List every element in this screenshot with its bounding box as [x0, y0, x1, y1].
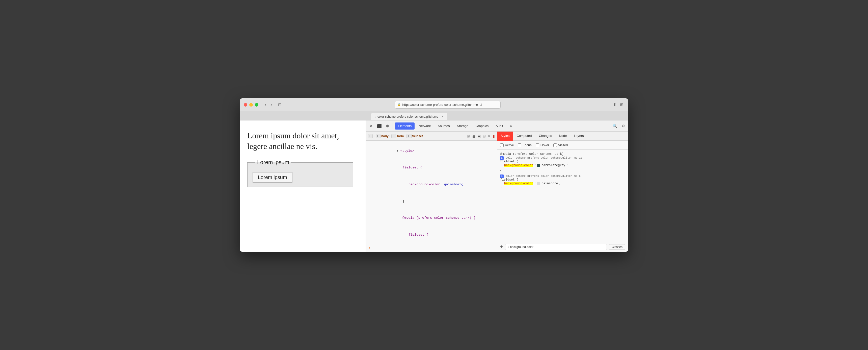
breadcrumb-el-form-icon: E	[391, 134, 396, 138]
dom-pen-tool[interactable]: ✏	[488, 134, 491, 138]
visited-checkbox[interactable]	[553, 143, 557, 147]
dom-layout-tool[interactable]: ▣	[477, 134, 481, 138]
style-source-2[interactable]: color-scheme-prefers-color-scheme.glitch…	[506, 175, 581, 177]
css-media: @media (prefers-color-scheme: dark) {	[402, 216, 475, 220]
dom-line[interactable]: }	[366, 193, 497, 210]
maximize-button[interactable]	[255, 103, 258, 107]
source-icon-1: i	[500, 156, 504, 160]
devtools-inspect-button[interactable]: ⊕	[384, 122, 391, 129]
pseudo-states-bar: Active Focus Hover Visited	[497, 141, 628, 150]
console-chevron-icon: ›	[369, 245, 370, 250]
new-tab-button[interactable]: ⊞	[619, 101, 624, 108]
breadcrumb-el-icon: E	[368, 134, 373, 138]
dom-layout2-tool[interactable]: ⊟	[483, 134, 486, 138]
pseudo-focus[interactable]: Focus	[518, 143, 531, 147]
style-value-1: darkslategray	[541, 164, 565, 167]
tab-node[interactable]: Node	[555, 132, 570, 141]
pseudo-hover[interactable]: Hover	[536, 143, 549, 147]
hover-checkbox[interactable]	[536, 143, 539, 147]
close-button[interactable]	[244, 103, 247, 107]
dom-line[interactable]: fieldset {	[366, 159, 497, 176]
style-property-line-2: background-color : gainsboro ;	[500, 181, 625, 185]
breadcrumb-item-fieldset[interactable]: E fieldset	[406, 134, 423, 138]
browser-window: ‹ › ⊡ 🔒 https://color-scheme-prefers-col…	[240, 98, 628, 252]
tab-more[interactable]: »	[507, 122, 515, 129]
fieldset-preview: Lorem ipsum Lorem ipsum	[247, 159, 353, 187]
visited-label: Visited	[558, 143, 568, 147]
styles-footer: + ○ background-color Classes	[497, 242, 628, 252]
tab-audit[interactable]: Audit	[493, 122, 506, 129]
add-rule-button[interactable]: +	[500, 244, 503, 250]
active-checkbox[interactable]	[500, 143, 504, 147]
breadcrumb-chevron-2: ›	[390, 135, 390, 137]
style-selector-2: fieldset {	[500, 178, 518, 181]
classes-button[interactable]: Classes	[609, 244, 625, 250]
devtools-close-button[interactable]: ✕	[368, 122, 374, 129]
dom-color-tool[interactable]: ▮	[493, 134, 495, 138]
dom-line[interactable]: ▼ <style>	[366, 143, 497, 159]
nav-buttons: ‹ ›	[264, 101, 274, 108]
devtools-toolbar: ✕ ⬛ ⊕ Elements Network Sources Storage G…	[366, 120, 628, 132]
breadcrumb-bar: E › E body › E form ›	[366, 132, 497, 141]
tab-storage[interactable]: Storage	[454, 122, 472, 129]
tab-changes[interactable]: Changes	[535, 132, 555, 141]
console-bar: ›	[366, 243, 497, 252]
tab-network[interactable]: Network	[415, 122, 434, 129]
style-colon-2: :	[534, 182, 536, 185]
toolbar-separator	[393, 123, 393, 129]
breadcrumb-item-e[interactable]: E	[368, 134, 373, 138]
dom-line[interactable]: background-color: gainsboro;	[366, 176, 497, 193]
refresh-button[interactable]: ↺	[479, 103, 483, 107]
style-prop-name-1: background-color	[504, 164, 533, 167]
style-colon-1: :	[534, 164, 536, 167]
back-button[interactable]: ‹	[264, 101, 268, 108]
css-value: gainsboro;	[444, 182, 464, 186]
source-icon-2: i	[500, 175, 504, 178]
prop-highlight-1: background-color	[504, 164, 533, 167]
browser-tab[interactable]: c color-scheme-prefers-color-scheme.glit…	[371, 113, 447, 120]
lock-icon: 🔒	[397, 103, 401, 106]
fieldset-button[interactable]: Lorem ipsum	[253, 172, 292, 182]
style-prop-name-2: background-color	[504, 182, 533, 185]
breadcrumb-chevron-1: ›	[374, 135, 374, 137]
color-swatch-2[interactable]	[537, 182, 540, 185]
focus-checkbox[interactable]	[518, 143, 521, 147]
pseudo-visited[interactable]: Visited	[553, 143, 568, 147]
forward-button[interactable]: ›	[269, 101, 274, 108]
tab-layers[interactable]: Layers	[570, 132, 587, 141]
tab-elements[interactable]: Elements	[395, 122, 414, 129]
breadcrumb-item-form[interactable]: E form	[391, 134, 404, 138]
tab-sources[interactable]: Sources	[435, 122, 453, 129]
styles-panel: Styles Computed Changes Node Layers Acti…	[497, 132, 628, 252]
focus-label: Focus	[523, 143, 531, 147]
devtools-search-button[interactable]: 🔍	[611, 122, 619, 129]
property-filter[interactable]: ○ background-color	[505, 244, 607, 250]
minimize-button[interactable]	[249, 103, 253, 107]
css-prop: background-color	[408, 182, 440, 186]
filter-text: background-color	[510, 245, 533, 249]
page-lorem-text: Lorem ipsum dolor sit amet,legere ancill…	[247, 130, 358, 151]
share-button[interactable]: ⬆	[612, 101, 617, 108]
devtools-dock-button[interactable]: ⬛	[375, 122, 383, 129]
style-property-line-1: background-color : darkslategray ;	[500, 164, 625, 168]
tab-computed[interactable]: Computed	[513, 132, 535, 141]
split-view-button[interactable]: ⊡	[277, 101, 283, 108]
pseudo-active[interactable]: Active	[500, 143, 514, 147]
tab-styles[interactable]: Styles	[497, 132, 513, 141]
style-value-2: gainsboro	[541, 182, 558, 185]
devtools-settings-button[interactable]: ⚙	[620, 123, 626, 129]
breadcrumb-item-body[interactable]: E body	[376, 134, 389, 138]
tab-close-button[interactable]: ✕	[441, 115, 443, 118]
dom-line[interactable]: fieldset {	[366, 227, 497, 243]
address-bar[interactable]: 🔒 https://color-scheme-prefers-color-sch…	[395, 101, 501, 109]
address-bar-container: 🔒 https://color-scheme-prefers-color-sch…	[286, 101, 609, 109]
style-source-1[interactable]: color-scheme-prefers-color-scheme.glitch…	[506, 156, 582, 159]
dom-arrow: ▼	[396, 149, 400, 153]
dom-grid-tool[interactable]: ⊞	[467, 134, 470, 138]
color-swatch-1[interactable]	[537, 164, 540, 167]
breadcrumb-form-tag: form	[397, 134, 404, 138]
tab-graphics[interactable]: Graphics	[472, 122, 492, 129]
styles-content: @media (prefers-color-scheme: dark) i co…	[497, 150, 628, 242]
dom-print-tool[interactable]: 🖨	[472, 134, 475, 138]
dom-line[interactable]: @media (prefers-color-scheme: dark) {	[366, 210, 497, 227]
